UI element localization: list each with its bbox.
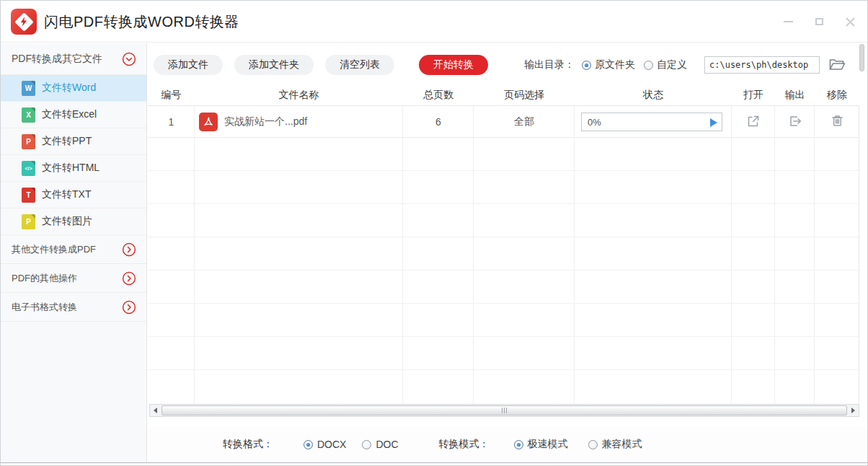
column-divider [194,106,195,403]
sidebar-item-word[interactable]: W 文件转Word [1,75,146,102]
format-option-docx[interactable]: DOCX [304,439,346,450]
file-name-cell: 实战新站一个...pdf [195,106,403,138]
radio-fast-mode[interactable] [514,440,523,449]
start-convert-button[interactable]: 开始转换 [419,55,488,75]
sidebar-section-ebook-convert[interactable]: 电子书格式转换 [1,293,146,322]
browse-folder-button[interactable] [827,56,847,74]
sidebar-section-label: PDF的其他操作 [12,272,77,285]
column-divider [814,106,815,403]
delete-row-button[interactable] [829,113,846,131]
sidebar-item-label: 文件转HTML [42,162,99,175]
progress-value: 0% [588,117,601,128]
image-file-icon: P [22,214,35,229]
remove-cell [815,106,859,138]
horizontal-scrollbar-thumb[interactable] [161,405,847,416]
sidebar-section-pdf-to-other[interactable]: PDF转换成其它文件 [1,43,146,75]
col-header-number: 编号 [148,84,195,106]
vertical-scrollbar-thumb[interactable] [859,44,864,71]
window-controls [782,1,856,43]
page-range-cell[interactable]: 全部 [474,106,575,138]
html-file-icon: </> [22,161,35,176]
sidebar-item-html[interactable]: </> 文件转HTML [1,155,146,182]
ppt-file-icon: P [22,134,35,149]
sidebar-item-label: 文件转TXT [42,188,91,201]
sidebar-item-excel[interactable]: X 文件转Excel [1,102,146,128]
sidebar-section-other-to-pdf[interactable]: 其他文件转换成PDF [1,235,146,264]
output-dir-label: 输出目录： [524,58,575,71]
play-icon[interactable] [710,118,717,127]
sidebar-item-label: 文件转Word [42,82,96,94]
main-panel: 添加文件 添加文件夹 清空列表 开始转换 输出目录： 原文件夹 自定义 编号 文… [148,43,868,462]
title-bar: 闪电PDF转换成WORD转换器 [1,1,867,43]
minimize-icon[interactable] [782,16,794,27]
sidebar-section-label: 电子书格式转换 [12,301,77,314]
table-row: 1 实战新站一个...pdf 6 全部 0% [148,106,859,138]
maximize-icon[interactable] [813,16,825,27]
scroll-right-arrow-icon[interactable] [848,405,859,416]
output-path-input[interactable] [704,56,820,74]
sidebar-item-label: 文件转Excel [42,108,97,121]
table-grid [148,138,859,372]
table-header: 编号 文件名称 总页数 页码选择 状态 打开 输出 移除 [148,84,859,106]
output-cell [775,106,815,138]
column-divider [774,106,775,403]
format-option-doc[interactable]: DOC [362,439,398,450]
radio-compat-mode-label: 兼容模式 [602,438,642,451]
chevron-right-circle-icon [122,271,136,286]
toolbar: 添加文件 添加文件夹 清空列表 开始转换 输出目录： 原文件夹 自定义 [148,55,868,75]
radio-doc[interactable] [362,440,371,449]
add-file-button[interactable]: 添加文件 [154,55,223,75]
radio-custom-dir-label: 自定义 [657,58,687,71]
col-header-remove: 移除 [815,84,859,106]
sidebar-item-txt[interactable]: T 文件转TXT [1,182,146,208]
conversion-options-bar: 转换格式： DOCX DOC 转换模式： 极速模式 兼容模式 [148,426,868,462]
sidebar-item-label: 文件转图片 [42,215,92,228]
column-divider [402,106,403,403]
sidebar-item-ppt[interactable]: P 文件转PPT [1,128,146,155]
radio-source-folder-label: 原文件夹 [595,58,635,71]
mode-label: 转换模式： [439,438,490,451]
radio-fast-mode-label: 极速模式 [528,438,568,451]
scroll-left-arrow-icon[interactable] [150,405,161,416]
open-output-button[interactable] [787,113,804,132]
radio-source-folder[interactable] [582,61,591,70]
sidebar-section-label: 其他文件转换成PDF [12,243,96,256]
vertical-scrollbar[interactable] [859,43,865,462]
col-header-open: 打开 [732,84,775,106]
mode-option-fast[interactable]: 极速模式 [514,438,568,451]
radio-custom-dir[interactable] [644,61,653,70]
page-count-cell: 6 [403,106,474,138]
sidebar-section-pdf-operations[interactable]: PDF的其他操作 [1,264,146,293]
col-header-output: 输出 [775,84,815,106]
radio-compat-mode[interactable] [588,440,598,449]
open-file-button[interactable] [745,113,762,132]
excel-file-icon: X [22,107,35,123]
pdf-file-icon [199,113,218,131]
sidebar-item-image[interactable]: P 文件转图片 [1,208,146,235]
column-divider [574,106,575,403]
radio-doc-label: DOC [376,439,398,450]
chevron-right-circle-icon [122,242,136,257]
format-label: 转换格式： [223,438,273,451]
app-logo-icon [11,9,37,35]
add-folder-button[interactable]: 添加文件夹 [234,55,314,75]
horizontal-scrollbar[interactable] [149,404,859,417]
radio-docx-label: DOCX [317,439,346,450]
progress-bar: 0% [581,113,722,131]
file-name: 实战新站一个...pdf [224,115,307,128]
mode-option-compat[interactable]: 兼容模式 [588,438,642,451]
sidebar-section-label: PDF转换成其它文件 [12,53,102,66]
sidebar: PDF转换成其它文件 W 文件转Word X 文件转Excel P 文件转PPT… [1,43,147,462]
window-bottom-edge [1,462,867,463]
close-icon[interactable] [844,16,856,27]
radio-docx[interactable] [304,440,313,449]
column-divider [473,106,474,403]
word-file-icon: W [22,81,35,96]
col-header-filename: 文件名称 [195,84,403,106]
chevron-right-circle-icon [122,300,136,315]
scrollbar-grip-icon [502,408,508,413]
app-window: 闪电PDF转换成WORD转换器 PDF转换成其它文件 W 文件转Word X 文… [0,0,868,466]
clear-list-button[interactable]: 清空列表 [325,55,394,75]
sidebar-item-label: 文件转PPT [42,135,92,148]
open-cell [732,106,775,138]
